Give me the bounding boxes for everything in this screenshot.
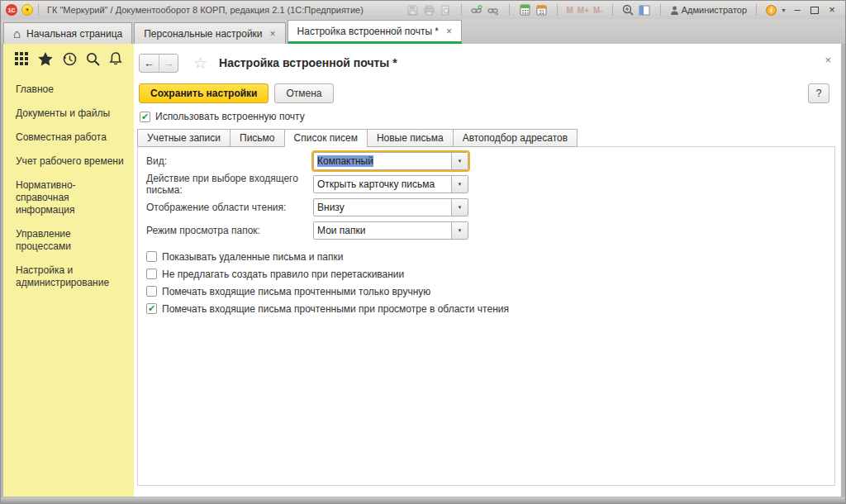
sidebar-item-collaboration[interactable]: Совместная работа [16, 126, 127, 150]
menu-grid-icon[interactable] [15, 52, 29, 66]
checkbox-label: Не предлагать создать правило при перета… [162, 269, 404, 280]
tab-letter[interactable]: Письмо [230, 129, 285, 147]
view-select-value: Компактный [317, 155, 373, 167]
checkbox-checked-icon[interactable]: ✔ [140, 112, 150, 122]
divider [756, 4, 757, 16]
current-user[interactable]: Администратор [670, 5, 747, 15]
tab-home[interactable]: ⌂ Начальная страница [3, 22, 132, 44]
app-tab-bar: ⌂ Начальная страница Персональные настро… [1, 19, 845, 44]
back-button[interactable]: ← [140, 55, 159, 72]
divider [557, 4, 558, 16]
chevron-down-icon[interactable]: ▼ [781, 7, 787, 13]
letter-list-tab-page: Вид: Компактный ▼ Действие при выборе вх… [137, 146, 835, 486]
memory-recall-button: M [567, 6, 573, 15]
checkbox-icon[interactable] [146, 269, 157, 279]
checkbox-icon[interactable] [146, 251, 157, 262]
calendar-icon[interactable]: 31 [535, 4, 548, 17]
svg-text:31: 31 [538, 9, 544, 15]
checkbox-label: Показывать удаленные письма и папки [162, 251, 343, 263]
home-icon: ⌂ [13, 29, 21, 39]
close-tab-icon[interactable]: × [446, 26, 452, 37]
search-icon[interactable] [86, 52, 100, 66]
view-select-dropdown-icon[interactable]: ▼ [451, 153, 468, 169]
divider [660, 4, 661, 16]
favorites-star-icon[interactable] [38, 52, 53, 66]
mark-read-manually-checkbox[interactable]: Помечать входящие письма прочтенными тол… [146, 283, 834, 300]
divider [38, 4, 39, 16]
user-icon [670, 6, 679, 15]
view-field-label: Вид: [146, 155, 313, 167]
checkbox-icon[interactable] [146, 286, 157, 297]
split-window-icon[interactable] [639, 4, 651, 17]
incoming-action-field-label: Действие при выборе входящего письма: [146, 173, 313, 196]
mark-read-on-preview-checkbox[interactable]: ✔ Помечать входящие письма прочтенными п… [146, 300, 834, 317]
folder-view-mode-select[interactable]: Мои папки ▼ [313, 221, 468, 240]
checkbox-label: Помечать входящие письма прочтенными при… [162, 303, 509, 315]
tab-personal-settings[interactable]: Персональные настройки × [134, 22, 285, 44]
main-panel: ← → ☆ Настройка встроенной почты * × Сох… [134, 44, 841, 497]
minimize-button[interactable]: – [791, 4, 804, 16]
sidebar-nav: Главное Документы и файлы Совместная раб… [3, 73, 134, 295]
calculator-icon[interactable] [519, 4, 531, 17]
sidebar-item-reference-info[interactable]: Нормативно-справочная информация [16, 174, 127, 222]
help-button[interactable]: ? [808, 83, 829, 103]
sidebar-item-documents-files[interactable]: Документы и файлы [16, 102, 127, 126]
cancel-button[interactable]: Отмена [274, 83, 333, 103]
tab-letter-list[interactable]: Список писем [284, 129, 368, 147]
save-settings-button[interactable]: Сохранить настройки [139, 83, 269, 103]
tab-mail-settings[interactable]: Настройка встроенной почты * × [288, 20, 462, 44]
no-rule-on-drag-checkbox[interactable]: Не предлагать создать правило при перета… [146, 265, 834, 283]
close-form-icon[interactable]: × [825, 54, 831, 66]
maximize-icon [810, 7, 819, 14]
use-builtin-mail-checkbox[interactable]: ✔ Использовать встроенную почту [140, 111, 841, 122]
tab-label: Персональные настройки [144, 28, 262, 40]
checkbox-checked-icon[interactable]: ✔ [146, 303, 157, 314]
reading-pane-dropdown-icon[interactable]: ▼ [451, 199, 468, 216]
go-to-link-icon[interactable] [487, 4, 500, 17]
tab-new-letters[interactable]: Новые письма [367, 129, 454, 147]
page-title: Настройка встроенной почты * [219, 56, 397, 69]
add-to-favorites-star-icon[interactable]: ☆ [193, 54, 207, 73]
show-deleted-checkbox[interactable]: Показывать удаленные письма и папки [146, 248, 834, 265]
maximize-button[interactable] [808, 4, 821, 17]
divider [509, 4, 510, 16]
forward-button: → [159, 55, 178, 72]
memory-minus-button: M- [593, 6, 603, 15]
close-tab-icon[interactable]: × [270, 28, 276, 40]
save-icon [406, 4, 419, 17]
checkbox-label: Использовать встроенную почту [155, 111, 305, 122]
tab-accounts[interactable]: Учетные записи [137, 129, 231, 147]
reading-pane-select-value: Внизу [314, 199, 451, 216]
incoming-action-dropdown-icon[interactable]: ▼ [451, 176, 468, 193]
sidebar-item-main[interactable]: Главное [16, 78, 127, 102]
tab-label: Настройка встроенной почты * [297, 26, 439, 37]
notifications-bell-icon[interactable] [109, 52, 122, 66]
reading-pane-field-label: Отображение области чтения: [146, 202, 313, 213]
incoming-action-select[interactable]: Открыть карточку письма ▼ [313, 175, 468, 193]
page-header: ← → ☆ Настройка встроенной почты * × [139, 52, 841, 74]
window-title: ГК "Меркурий" / Документооборот 8 КОРП, … [47, 5, 364, 15]
reading-pane-select[interactable]: Внизу ▼ [313, 198, 468, 216]
zoom-icon[interactable] [622, 4, 634, 17]
divider [461, 4, 462, 16]
sidebar-item-time-tracking[interactable]: Учет рабочего времени [16, 150, 127, 174]
tab-label: Начальная страница [26, 28, 122, 40]
add-favorite-link-icon[interactable] [471, 4, 483, 17]
print-preview-icon [440, 4, 452, 17]
tab-recipient-autoselect[interactable]: Автоподбор адресатов [453, 129, 577, 147]
close-window-button[interactable]: × [825, 4, 839, 16]
history-icon[interactable] [63, 52, 77, 66]
window-bottom-edge [1, 497, 845, 504]
sidebar-item-settings-administration[interactable]: Настройка и администрирование [16, 259, 127, 295]
view-select[interactable]: Компактный ▼ [313, 152, 468, 170]
sidebar: Главное Документы и файлы Совместная раб… [3, 44, 134, 497]
memory-plus-button: M+ [577, 6, 589, 15]
folder-view-mode-dropdown-icon[interactable]: ▼ [451, 222, 468, 239]
main-menu-button[interactable]: ▼ [21, 4, 33, 16]
folder-view-mode-field-label: Режим просмотра папок: [146, 225, 313, 236]
user-name: Администратор [682, 5, 747, 15]
sidebar-item-process-management[interactable]: Управление процессами [16, 222, 127, 259]
info-button[interactable]: i [766, 5, 777, 16]
command-bar: Сохранить настройки Отмена ? [139, 83, 841, 103]
print-icon [423, 4, 435, 17]
